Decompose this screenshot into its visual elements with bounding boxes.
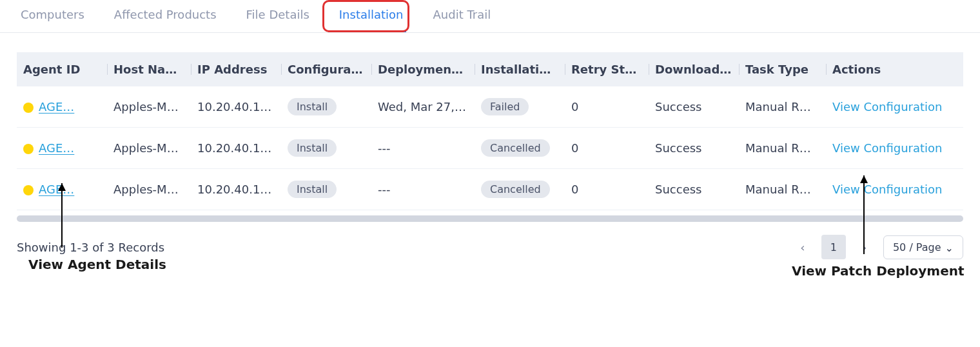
col-installation[interactable]: Installatio…	[475, 52, 565, 86]
horizontal-scrollbar[interactable]	[17, 215, 963, 222]
page-size-label: 50 / Page	[893, 241, 941, 253]
annotation-arrow-left-icon	[55, 183, 68, 255]
cell-host: Apples-M…	[107, 86, 191, 128]
annotation-text-right: View Patch Deployment	[792, 263, 965, 279]
svg-marker-1	[58, 183, 66, 191]
cell-ip: 10.20.40.147	[191, 169, 281, 210]
annotation-text-left: View Agent Details	[28, 257, 166, 272]
agent-id-link[interactable]: AGE…	[39, 141, 74, 155]
col-agent-id[interactable]: Agent ID	[17, 52, 107, 86]
col-task-type[interactable]: Task Type	[739, 52, 826, 86]
cell-download: Success	[649, 86, 739, 128]
view-configuration-link[interactable]: View Configuration	[832, 183, 943, 196]
agent-id-link[interactable]: AGE…	[39, 100, 74, 114]
config-pill: Install	[288, 98, 337, 115]
page-size-select[interactable]: 50 / Page ⌄	[883, 235, 963, 259]
tab-installation[interactable]: Installation	[337, 8, 406, 32]
col-host-name[interactable]: Host Name	[107, 52, 191, 86]
cell-task: Manual R…	[739, 128, 826, 169]
cell-host: Apples-M…	[107, 128, 191, 169]
config-pill: Install	[288, 139, 337, 157]
cell-retry: 0	[565, 169, 649, 210]
col-actions[interactable]: Actions	[826, 52, 963, 86]
install-pill: Failed	[481, 98, 529, 115]
chevron-down-icon: ⌄	[945, 242, 954, 254]
status-dot-icon	[23, 103, 34, 113]
page-number-current[interactable]: 1	[821, 235, 846, 259]
tab-computers[interactable]: Computers	[18, 8, 87, 32]
status-dot-icon	[23, 185, 34, 195]
cell-host: Apples-M…	[107, 169, 191, 210]
table-row: AGE… Apples-M… 10.20.40.147 Install --- …	[17, 128, 963, 169]
cell-ip: 10.20.40.147	[191, 86, 281, 128]
cell-task: Manual R…	[739, 86, 826, 128]
view-configuration-link[interactable]: View Configuration	[832, 100, 943, 114]
pagination-bar: Showing 1-3 of 3 Records ‹ 1 › 50 / Page…	[17, 235, 963, 259]
cell-ip: 10.20.40.147	[191, 128, 281, 169]
chevron-left-icon: ‹	[800, 241, 805, 254]
cell-download: Success	[649, 128, 739, 169]
col-retry-status[interactable]: Retry Stat…	[565, 52, 649, 86]
installation-table-container: Agent ID Host Name IP Address Configura……	[17, 52, 963, 210]
installation-table: Agent ID Host Name IP Address Configura……	[17, 52, 963, 210]
tab-affected-products[interactable]: Affected Products	[112, 8, 219, 32]
cell-deploy: Wed, Mar 27, …	[371, 86, 475, 128]
table-row: AGE… Apples-M… 10.20.40.147 Install --- …	[17, 169, 963, 210]
table-header-row: Agent ID Host Name IP Address Configura……	[17, 52, 963, 86]
annotation-arrow-right-icon	[858, 175, 870, 259]
col-download[interactable]: Download…	[649, 52, 739, 86]
install-pill: Cancelled	[481, 181, 550, 198]
cell-retry: 0	[565, 86, 649, 128]
annotation-layer: View Agent Details View Patch Deployment	[0, 259, 980, 337]
cell-deploy: ---	[371, 128, 475, 169]
table-row: AGE… Apples-M… 10.20.40.147 Install Wed,…	[17, 86, 963, 128]
cell-deploy: ---	[371, 169, 475, 210]
status-dot-icon	[23, 144, 34, 154]
cell-retry: 0	[565, 128, 649, 169]
tab-file-details[interactable]: File Details	[244, 8, 312, 32]
cell-download: Success	[649, 169, 739, 210]
records-count-label: Showing 1-3 of 3 Records	[17, 241, 164, 254]
col-configuration[interactable]: Configura…	[281, 52, 371, 86]
install-pill: Cancelled	[481, 139, 550, 157]
col-ip-address[interactable]: IP Address	[191, 52, 281, 86]
prev-page-button[interactable]: ‹	[792, 236, 814, 258]
cell-task: Manual R…	[739, 169, 826, 210]
tab-audit-trail[interactable]: Audit Trail	[431, 8, 494, 32]
tabs-bar: Computers Affected Products File Details…	[0, 0, 980, 33]
svg-marker-3	[860, 175, 868, 183]
view-configuration-link[interactable]: View Configuration	[832, 141, 943, 155]
config-pill: Install	[288, 181, 337, 198]
col-deployment[interactable]: Deployment …	[371, 52, 475, 86]
